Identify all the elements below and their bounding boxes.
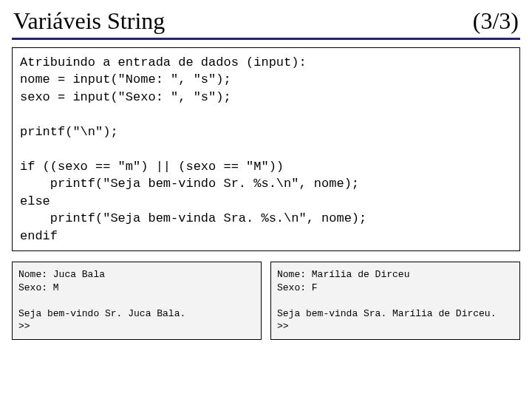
output-right: Nome: Marília de Dirceu Sexo: F Seja bem… <box>270 262 520 340</box>
output-left: Nome: Juca Bala Sexo: M Seja bem-vindo S… <box>12 262 262 340</box>
page-indicator: (3/3) <box>473 7 519 35</box>
slide-title: Variáveis String <box>13 7 165 35</box>
divider <box>12 38 520 40</box>
code-block: Atribuindo a entrada de dados (input): n… <box>12 47 520 251</box>
output-row: Nome: Juca Bala Sexo: M Seja bem-vindo S… <box>12 262 520 340</box>
slide-header: Variáveis String (3/3) <box>12 6 520 38</box>
